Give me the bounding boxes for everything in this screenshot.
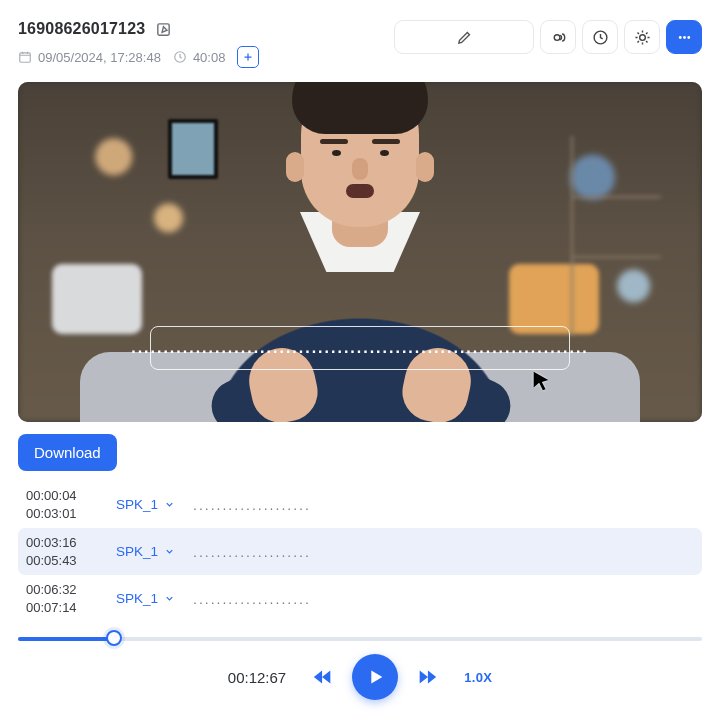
transcript-row[interactable]: 00:06:3200:07:14SPK_1...................… <box>18 575 702 622</box>
segment-text: .................... <box>193 497 311 513</box>
segment-text: .................... <box>193 591 311 607</box>
video-player[interactable]: ........................................… <box>18 82 702 422</box>
seek-bar[interactable] <box>18 628 702 648</box>
speaker-label: SPK_1 <box>116 497 158 512</box>
caption-placeholder: ........................................… <box>131 339 589 357</box>
transcript-list: 00:00:0400:03:01SPK_1...................… <box>18 481 702 622</box>
sun-icon <box>634 29 651 46</box>
recording-title: 16908626017123 <box>18 20 145 38</box>
clock-icon <box>173 50 187 64</box>
segment-start: 00:03:16 <box>26 534 98 552</box>
play-button[interactable] <box>352 654 398 700</box>
segment-times: 00:00:0400:03:01 <box>26 487 98 522</box>
current-time: 00:12:67 <box>228 669 286 686</box>
chevron-down-icon <box>164 499 175 510</box>
forward-icon <box>416 666 438 688</box>
header: 16908626017123 09/05/2024, 17:28:48 40:0… <box>18 20 702 68</box>
voice-button[interactable] <box>540 20 576 54</box>
speaker-select[interactable]: SPK_1 <box>116 544 175 559</box>
voice-icon <box>550 29 567 46</box>
history-icon <box>592 29 609 46</box>
caption-input[interactable]: ........................................… <box>150 326 570 370</box>
chevron-down-icon <box>164 546 175 557</box>
rewind-button[interactable] <box>312 666 334 688</box>
svg-point-3 <box>554 34 560 40</box>
svg-rect-1 <box>20 53 31 62</box>
recorded-at: 09/05/2024, 17:28:48 <box>18 50 161 65</box>
speaker-select[interactable]: SPK_1 <box>116 591 175 606</box>
svg-point-8 <box>687 36 690 39</box>
theme-button[interactable] <box>624 20 660 54</box>
duration: 40:08 <box>173 50 226 65</box>
play-icon <box>364 666 386 688</box>
cursor-icon <box>530 370 552 396</box>
playback-controls: 00:12:67 1.0X <box>18 654 702 700</box>
edit-title-icon[interactable] <box>155 21 172 38</box>
playback-speed[interactable]: 1.0X <box>464 670 492 685</box>
segment-end: 00:03:01 <box>26 505 98 523</box>
more-icon <box>676 29 693 46</box>
app-shell: 16908626017123 09/05/2024, 17:28:48 40:0… <box>0 0 720 720</box>
add-button[interactable] <box>237 46 259 68</box>
segment-text: .................... <box>193 544 311 560</box>
speaker-label: SPK_1 <box>116 544 158 559</box>
speaker-label: SPK_1 <box>116 591 158 606</box>
video-frame <box>18 82 702 422</box>
calendar-icon <box>18 50 32 64</box>
rename-field[interactable] <box>394 20 534 54</box>
rewind-icon <box>312 666 334 688</box>
transcript-row[interactable]: 00:03:1600:05:43SPK_1...................… <box>18 528 702 575</box>
chevron-down-icon <box>164 593 175 604</box>
segment-start: 00:06:32 <box>26 581 98 599</box>
duration-value: 40:08 <box>193 50 226 65</box>
seek-knob[interactable] <box>106 630 122 646</box>
speaker-select[interactable]: SPK_1 <box>116 497 175 512</box>
transcript-row[interactable]: 00:00:0400:03:01SPK_1...................… <box>18 481 702 528</box>
segment-times: 00:03:1600:05:43 <box>26 534 98 569</box>
download-button[interactable]: Download <box>18 434 117 471</box>
forward-button[interactable] <box>416 666 438 688</box>
svg-point-7 <box>683 36 686 39</box>
more-button[interactable] <box>666 20 702 54</box>
pen-icon <box>456 29 473 46</box>
svg-point-5 <box>639 34 645 40</box>
recorded-date: 09/05/2024, 17:28:48 <box>38 50 161 65</box>
svg-point-6 <box>678 36 681 39</box>
plus-icon <box>242 51 254 63</box>
toolbar <box>394 20 702 54</box>
segment-times: 00:06:3200:07:14 <box>26 581 98 616</box>
segment-start: 00:00:04 <box>26 487 98 505</box>
history-button[interactable] <box>582 20 618 54</box>
segment-end: 00:05:43 <box>26 552 98 570</box>
segment-end: 00:07:14 <box>26 599 98 617</box>
